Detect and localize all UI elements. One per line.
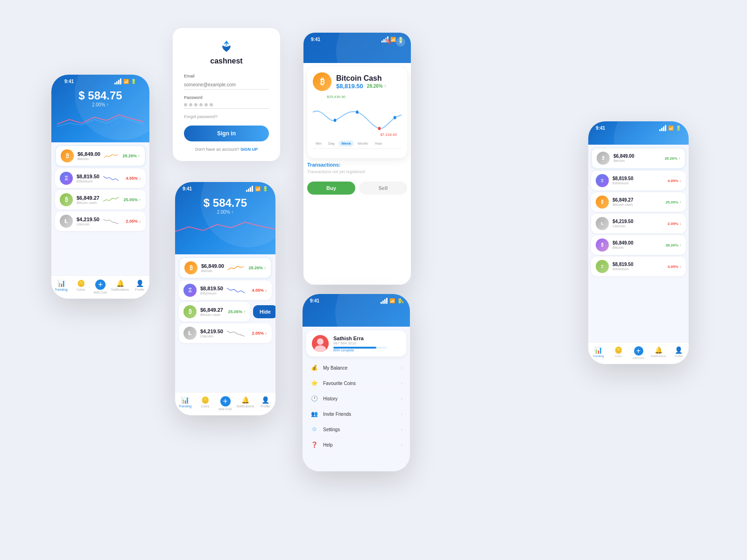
btc-icon-1: ₿ xyxy=(61,149,74,162)
ltc-icon-1: Ł xyxy=(60,215,73,228)
menu-favourite[interactable]: ⭐ Favourite Coins › xyxy=(306,376,406,391)
nav-profile-3[interactable]: 👤 Profile xyxy=(669,346,689,359)
profile-progress: 80% complete xyxy=(333,349,401,352)
nav-coins-2[interactable]: 🪙 Coins xyxy=(195,396,215,411)
menu-my-balance[interactable]: 💰 My Balance › xyxy=(306,360,406,376)
profile-avatar xyxy=(312,335,329,352)
ltc-icon-2: Ł xyxy=(183,327,197,340)
nav-profile-1[interactable]: 👤 Profile xyxy=(130,280,149,294)
buy-button[interactable]: Buy xyxy=(307,182,355,195)
brand-name: cashnest xyxy=(210,57,242,65)
profile-phone: 987 664 3210 xyxy=(333,341,401,345)
coin-btc-3[interactable]: ₿ $6,849.00 Bitcoin 28.26% ↑ xyxy=(591,147,686,169)
coin-item-ltc-2[interactable]: Ł $4,219.50 Litecoin 2.05% ↓ xyxy=(179,323,272,343)
transactions-title: Transactions: xyxy=(307,162,407,168)
coin-item-ltc-1[interactable]: Ł $4,219.50 Litecoin 2.05% ↓ xyxy=(55,211,146,231)
email-input[interactable] xyxy=(184,80,269,90)
nav-add-1[interactable]: + Add Coin xyxy=(91,280,110,294)
nav-coins-1[interactable]: 🪙 Coins xyxy=(71,280,91,294)
help-label: Help xyxy=(323,442,401,448)
coin-item-eth-1[interactable]: Ξ $8,819.50 Ethereum 4.05% ↓ xyxy=(55,168,146,188)
eth-spark-1 xyxy=(103,174,119,183)
wave-chart-1 xyxy=(57,110,144,129)
tab-year[interactable]: Year xyxy=(372,140,385,147)
status-bar-profile: 9:41 📶 🔋 xyxy=(303,294,410,304)
coin-eth2-3[interactable]: Ξ $8,819.50 Ethereum 4.05% ↓ xyxy=(591,257,686,276)
sell-button[interactable]: Sell xyxy=(359,182,407,195)
coin-ltc-3[interactable]: Ł $4,219.50 Litecoin 2.05% ↓ xyxy=(591,214,686,233)
btc-icon-2: ₿ xyxy=(184,261,197,274)
trending-icon-1: 📊 xyxy=(57,280,65,287)
phone-profile: 9:41 📶 🔋 ✏️ xyxy=(303,294,410,471)
email-label: Email xyxy=(184,74,269,78)
nav-notif-3[interactable]: 🔔 Notifications xyxy=(648,346,669,359)
nav-notif-1[interactable]: 🔔 Notifications xyxy=(110,280,130,294)
tab-min[interactable]: Min xyxy=(313,140,324,147)
sign-in-button[interactable]: Sign in xyxy=(184,126,269,141)
btc-chart: $25,436.90 $7,216.40 xyxy=(313,95,402,137)
buy-sell-row: Buy Sell xyxy=(303,178,411,198)
edit-icon[interactable]: ✏️ xyxy=(398,298,404,304)
password-field-group: Password xyxy=(184,95,269,109)
svg-point-5 xyxy=(317,338,324,345)
eth-icon-1: Ξ xyxy=(60,172,73,185)
menu-settings[interactable]: ⚙ Settings › xyxy=(306,422,406,437)
tab-month[interactable]: Month xyxy=(355,140,371,147)
btc-price: $8,819.50 xyxy=(336,83,363,90)
battery-1: 🔋 xyxy=(131,79,136,84)
time-profile: 9:41 xyxy=(310,298,319,303)
btc-change-pct: 28.26% ↑ xyxy=(367,84,387,89)
coin-item-eth-2[interactable]: Ξ $8,819.50 Ethereum 4.05% ↓ xyxy=(179,280,272,300)
chevron-settings: › xyxy=(401,427,402,432)
signup-link[interactable]: SIGN UP xyxy=(240,147,258,152)
add-icon-1: + xyxy=(95,280,106,290)
forgot-password-link[interactable]: Forgot password? xyxy=(184,114,218,119)
btc-line-chart xyxy=(313,101,402,134)
coin-item-bch-2[interactable]: ₿ $6,849.27 Bitcoin cash 25.05% ↑ xyxy=(179,302,250,322)
coin-bch-3[interactable]: ₿ $6,849.27 Bitcoin cash 25.05% ↑ xyxy=(591,192,686,212)
nav-notif-2[interactable]: 🔔 Notifications xyxy=(235,396,255,411)
phone-btc-detail: 9:41 📶 🔋 ✕ 🔖 ₿ Bitcoin Cash xyxy=(303,33,411,285)
coin-item-btc-1[interactable]: ₿ $6,849.00 Bitcoin 28.26% ↑ xyxy=(55,145,146,167)
menu-invite[interactable]: 👥 Invite Friends › xyxy=(306,406,406,422)
chevron-history: › xyxy=(401,396,402,401)
chevron-balance: › xyxy=(401,365,402,371)
menu-help[interactable]: ❓ Help › xyxy=(306,437,406,453)
bch-icon-2: ₿ xyxy=(183,305,197,318)
tab-week[interactable]: Week xyxy=(338,140,354,147)
nav-add-3[interactable]: + Add Coin xyxy=(628,346,648,359)
settings-label: Settings xyxy=(323,427,401,432)
btc-coin-name: Bitcoin Cash xyxy=(336,74,387,83)
nav-trending-2[interactable]: 📊 Trending xyxy=(175,396,195,411)
coin-item-bch-1[interactable]: ₿ $6,849.27 Bitcoin cash 25.05% ↑ xyxy=(55,190,146,210)
nav-coins-3[interactable]: 🪙 Coins xyxy=(608,346,628,359)
svg-point-0 xyxy=(334,119,337,122)
svg-point-2 xyxy=(378,127,381,130)
status-bar-2: 9:41 📶 🔋 xyxy=(175,182,275,192)
status-bar-1: 9:41 📶 🔋 xyxy=(57,75,144,84)
coin-item-btc-2[interactable]: ₿ $6,849.00 Bitcoin 28.26% ↑ xyxy=(179,257,272,279)
nav-profile-2[interactable]: 👤 Profile xyxy=(255,396,275,411)
help-icon: ❓ xyxy=(310,441,318,448)
wifi-2: 📶 xyxy=(255,186,261,191)
profile-menu: 💰 My Balance › ⭐ Favourite Coins › 🕐 His… xyxy=(303,360,410,471)
fav-icon: ⭐ xyxy=(310,380,318,386)
tab-day[interactable]: Day xyxy=(325,140,338,147)
bch-spark-1 xyxy=(103,195,119,204)
balance-amount-2: $ 584.75 xyxy=(175,196,275,210)
close-button-btc[interactable]: ✕ xyxy=(396,37,405,47)
coin-btc2-3[interactable]: ₿ $6,849.00 Bitcoin 28.26% ↑ xyxy=(591,235,686,255)
profile-name: Sathish Erra xyxy=(333,336,401,341)
fav-label: Favourite Coins xyxy=(323,381,401,386)
no-account-text: Don't have an account? SIGN UP xyxy=(195,147,258,152)
hide-button[interactable]: Hide xyxy=(253,305,275,318)
coin-eth-3[interactable]: Ξ $8,819.50 Ethereum 4.05% ↓ xyxy=(591,171,686,190)
nav-trending-1[interactable]: 📊 Trending xyxy=(51,280,71,294)
nav-add-2[interactable]: + Add Coin xyxy=(215,396,235,411)
balance-amount-1: $ 584.75 xyxy=(57,89,144,102)
nav-trending-3[interactable]: 📊 Trending xyxy=(588,346,608,359)
wave-chart-2 xyxy=(175,217,275,236)
btc-detail-card: ₿ Bitcoin Cash $8,819.50 28.26% ↑ $25,43… xyxy=(307,67,407,158)
menu-history[interactable]: 🕐 History › xyxy=(306,391,406,406)
wifi-1: 📶 xyxy=(123,79,129,84)
